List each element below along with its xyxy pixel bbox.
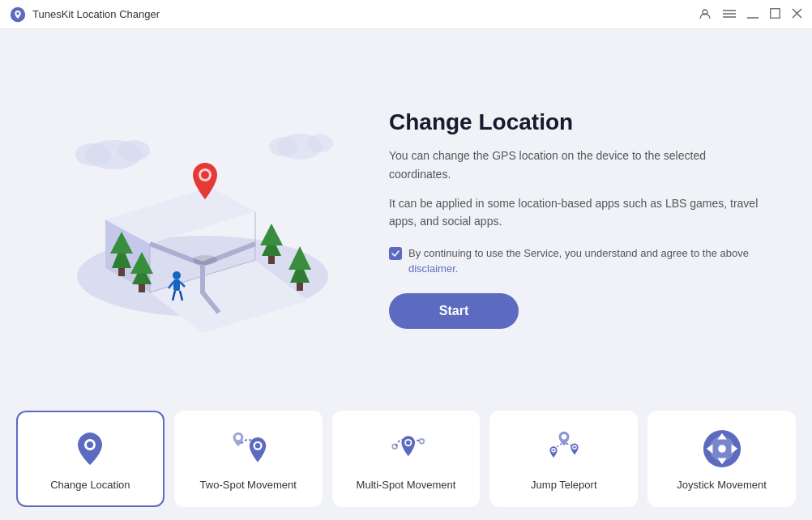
svg-point-46 xyxy=(236,435,241,440)
hero-section: Change Location You can change the GPS l… xyxy=(0,29,812,401)
disclaimer-row: By continuing to use the Service, you un… xyxy=(389,245,763,277)
card-two-spot-label: Two-Spot Movement xyxy=(200,479,297,491)
svg-point-14 xyxy=(269,137,298,156)
card-joystick-label: Joystick Movement xyxy=(677,479,767,491)
svg-point-52 xyxy=(393,445,396,448)
info-panel: Change Location You can change the GPS l… xyxy=(389,109,763,329)
change-location-icon xyxy=(70,428,110,469)
card-multi-spot[interactable]: Multi-Spot Movement xyxy=(332,411,481,507)
maximize-icon[interactable] xyxy=(770,8,780,20)
svg-point-55 xyxy=(562,434,566,439)
svg-rect-25 xyxy=(118,268,125,276)
window-controls[interactable] xyxy=(699,7,802,22)
card-two-spot[interactable]: Two-Spot Movement xyxy=(174,411,323,507)
svg-point-48 xyxy=(255,443,260,448)
svg-point-57 xyxy=(552,449,554,451)
main-content: Change Location You can change the GPS l… xyxy=(0,29,812,520)
start-button[interactable]: Start xyxy=(389,293,519,329)
card-joystick[interactable]: Joystick Movement xyxy=(647,411,796,507)
card-multi-spot-label: Multi-Spot Movement xyxy=(357,479,456,491)
card-change-location[interactable]: Change Location xyxy=(16,411,165,507)
svg-rect-39 xyxy=(173,279,180,291)
svg-point-59 xyxy=(573,446,575,449)
title-bar-left: TunesKit Location Changer xyxy=(10,6,160,23)
disclaimer-text: By continuing to use the Service, you un… xyxy=(408,245,763,277)
joystick-icon xyxy=(702,428,742,469)
svg-rect-34 xyxy=(297,283,303,291)
svg-point-15 xyxy=(307,134,333,152)
svg-point-12 xyxy=(118,140,150,161)
title-bar: TunesKit Location Changer xyxy=(0,0,812,29)
desc-2: It can be applied in some location-based… xyxy=(389,194,763,231)
svg-marker-30 xyxy=(260,224,283,245)
two-spot-icon xyxy=(228,428,268,469)
disclaimer-checkbox[interactable] xyxy=(389,247,402,260)
app-logo-icon xyxy=(10,6,26,23)
card-change-location-label: Change Location xyxy=(50,479,130,491)
card-jump-teleport[interactable]: Jump Teleport xyxy=(489,411,638,507)
minimize-icon[interactable] xyxy=(747,9,759,20)
hero-illustration xyxy=(49,106,357,333)
svg-rect-7 xyxy=(771,9,780,19)
user-icon[interactable] xyxy=(699,7,712,22)
svg-point-35 xyxy=(193,255,217,265)
svg-point-45 xyxy=(87,441,93,448)
svg-point-66 xyxy=(718,445,726,453)
bottom-cards: Change Location Two-Spot Movement xyxy=(0,401,812,520)
svg-point-50 xyxy=(406,441,411,445)
hamburger-icon[interactable] xyxy=(723,9,736,20)
close-icon[interactable] xyxy=(792,8,802,20)
multi-spot-icon xyxy=(386,428,426,469)
page-title: Change Location xyxy=(389,109,763,135)
jump-teleport-icon xyxy=(544,428,584,469)
svg-rect-28 xyxy=(139,284,145,292)
app-title: TunesKit Location Changer xyxy=(32,8,160,20)
disclaimer-link[interactable]: disclaimer. xyxy=(408,262,458,275)
svg-point-1 xyxy=(16,12,19,15)
svg-rect-31 xyxy=(268,256,275,264)
card-jump-teleport-label: Jump Teleport xyxy=(531,479,596,491)
svg-point-54 xyxy=(421,440,424,443)
svg-point-38 xyxy=(173,271,181,279)
svg-point-11 xyxy=(75,143,111,166)
desc-1: You can change the GPS location on the d… xyxy=(389,147,763,183)
svg-point-37 xyxy=(201,171,209,179)
